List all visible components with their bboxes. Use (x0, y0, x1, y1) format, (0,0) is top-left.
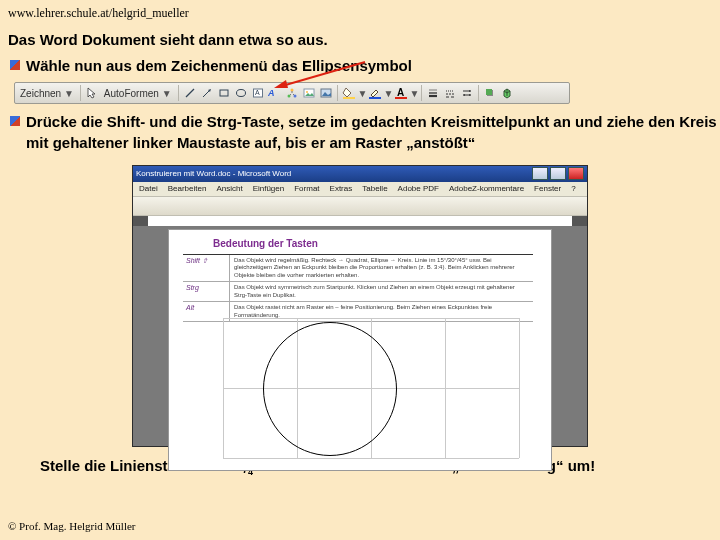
page-url: www.lehrer.schule.at/helgrid_mueller (0, 0, 720, 21)
menu-item[interactable]: Tabelle (362, 184, 387, 193)
bullet-1: Wähle nun aus dem Zeichenmenü das Ellips… (0, 48, 720, 76)
svg-rect-4 (220, 90, 228, 96)
bullet-1-text: Wähle nun aus dem Zeichenmenü das Ellips… (26, 56, 412, 76)
svg-rect-18 (395, 97, 407, 99)
draw-label: Zeichnen (20, 88, 61, 99)
menu-item[interactable]: ? (571, 184, 575, 193)
page-heading: Das Word Dokument sieht dann etwa so aus… (0, 21, 720, 48)
menu-item[interactable]: Adobe PDF (398, 184, 439, 193)
menu-item[interactable]: Fenster (534, 184, 561, 193)
document-page: Bedeutung der Tasten Shift ⇧Das Objekt w… (169, 230, 551, 470)
svg-point-13 (306, 91, 308, 93)
svg-text:A: A (397, 87, 404, 98)
workspace: Bedeutung der Tasten Shift ⇧Das Objekt w… (133, 226, 587, 446)
inner-toolbar (133, 197, 587, 216)
cell: Das Objekt wird regelmäßig. Rechteck → Q… (230, 255, 533, 282)
drawing-toolbar: Zeichnen ▼ AutoFormen ▼ A A ▼ ▼ A▼ (14, 82, 570, 104)
arrows-style-icon[interactable] (459, 85, 475, 101)
menu-item[interactable]: Datei (139, 184, 158, 193)
svg-rect-16 (369, 97, 381, 99)
draw-menu[interactable]: Zeichnen ▼ (17, 88, 77, 99)
menu-item[interactable]: Einfügen (253, 184, 285, 193)
fill-dd[interactable]: ▼ (358, 88, 366, 99)
doc-heading: Bedeutung der Tasten (169, 230, 551, 251)
bullet-icon (10, 60, 20, 70)
close-icon[interactable] (568, 167, 584, 180)
line-weight-icon[interactable] (425, 85, 441, 101)
bullet-2: Drücke die Shift- und die Strg-Taste, se… (0, 104, 720, 153)
line-icon[interactable] (182, 85, 198, 101)
drawn-circle (263, 322, 397, 456)
word-screenshot: Konstruieren mit Word.doc - Microsoft Wo… (132, 165, 588, 447)
svg-rect-15 (343, 97, 355, 99)
bullet-2-text: Drücke die Shift- und die Strg-Taste, se… (26, 112, 720, 153)
fontc-dd[interactable]: ▼ (410, 88, 418, 99)
menubar: Datei Bearbeiten Ansicht Einfügen Format… (133, 182, 587, 197)
cell: Shift ⇧ (183, 255, 230, 282)
diagram-icon[interactable] (284, 85, 300, 101)
font-color-icon[interactable]: A (393, 85, 409, 101)
dash-icon[interactable] (442, 85, 458, 101)
bullet-icon (10, 116, 20, 126)
shadow-icon[interactable] (482, 85, 498, 101)
ellipse-icon[interactable] (233, 85, 249, 101)
arrow-icon[interactable] (199, 85, 215, 101)
key-table: Shift ⇧Das Objekt wird regelmäßig. Recht… (183, 254, 533, 323)
wordart-icon[interactable]: A (267, 85, 283, 101)
window-titlebar: Konstruieren mit Word.doc - Microsoft Wo… (133, 166, 587, 182)
textbox-icon[interactable]: A (250, 85, 266, 101)
cell: Das Objekt wird symmetrisch zum Startpun… (230, 282, 533, 301)
copyright: © Prof. Mag. Helgrid Müller (8, 520, 136, 532)
select-icon[interactable] (84, 85, 100, 101)
autoshapes-menu[interactable]: AutoFormen ▼ (101, 88, 175, 99)
svg-rect-28 (486, 89, 492, 95)
3d-icon[interactable] (499, 85, 515, 101)
menu-item[interactable]: Bearbeiten (168, 184, 207, 193)
picture-icon[interactable] (318, 85, 334, 101)
autoshapes-label: AutoFormen (104, 88, 159, 99)
svg-text:A: A (268, 88, 275, 98)
cell: Strg (183, 282, 230, 301)
svg-line-3 (203, 90, 210, 97)
clipart-icon[interactable] (301, 85, 317, 101)
maximize-icon[interactable] (550, 167, 566, 180)
svg-point-5 (236, 90, 245, 97)
menu-item[interactable]: Ansicht (216, 184, 242, 193)
line-color-icon[interactable] (367, 85, 383, 101)
menu-item[interactable]: Format (294, 184, 319, 193)
rectangle-icon[interactable] (216, 85, 232, 101)
window-title: Konstruieren mit Word.doc - Microsoft Wo… (136, 169, 291, 178)
svg-text:A: A (255, 89, 260, 96)
svg-line-2 (186, 89, 194, 97)
linec-dd[interactable]: ▼ (384, 88, 392, 99)
fill-color-icon[interactable] (341, 85, 357, 101)
minimize-icon[interactable] (532, 167, 548, 180)
menu-item[interactable]: AdobeZ-kommentare (449, 184, 524, 193)
menu-item[interactable]: Extras (330, 184, 353, 193)
